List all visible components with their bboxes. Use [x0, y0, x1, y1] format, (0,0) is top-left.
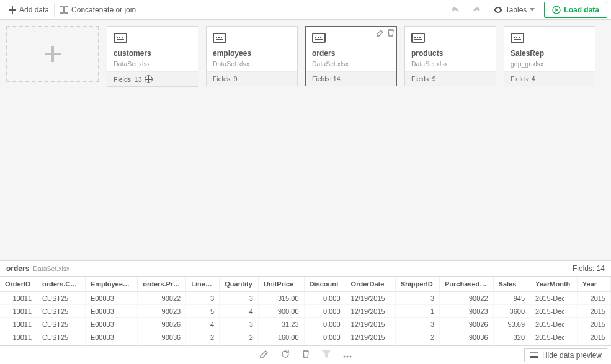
- column-header[interactable]: EmployeeKey: [85, 277, 137, 292]
- table-card-employees[interactable]: employeesDataSet.xlsxFields: 9: [206, 26, 298, 86]
- column-header[interactable]: OrderID: [0, 277, 37, 292]
- add-data-button[interactable]: Add data: [4, 3, 55, 17]
- edit-action[interactable]: [260, 350, 269, 360]
- table-row[interactable]: 10011CUST25E00033900264331.230.00012/19/…: [0, 318, 611, 331]
- cell: 10011: [0, 318, 37, 331]
- redo-icon: [472, 6, 481, 14]
- cell: 90023: [138, 305, 186, 318]
- preview-info-bar: orders DataSet.xlsx Fields: 14: [0, 260, 611, 277]
- refresh-action[interactable]: [281, 350, 290, 360]
- table-card-SalesRep[interactable]: SalesRepgdp_gr.xlsxFields: 4: [504, 26, 595, 86]
- table-card-customers[interactable]: customersDataSet.xlsxFields: 13: [107, 26, 198, 87]
- cell: 2: [395, 331, 439, 344]
- hide-preview-button[interactable]: Hide data preview: [524, 348, 607, 362]
- table-icon: [312, 33, 326, 43]
- cell: 3: [395, 292, 439, 305]
- cell: 12/19/2015: [346, 318, 395, 331]
- view-tables-label: Tables: [506, 6, 527, 14]
- cell: CUST25: [37, 318, 86, 331]
- card-title: SalesRep: [511, 49, 589, 58]
- column-header[interactable]: orders.Cust…: [37, 277, 86, 292]
- cell: 90036: [440, 331, 494, 344]
- card-source: DataSet.xlsx: [114, 60, 192, 68]
- cell: 90026: [440, 318, 494, 331]
- cell: 90026: [138, 318, 186, 331]
- table-row[interactable]: 10011CUST25E000339002354900.000.00012/19…: [0, 305, 611, 318]
- card-fields-label: Fields: 13: [114, 76, 142, 83]
- panel-icon: [530, 352, 538, 358]
- card-footer: Fields: 4: [504, 71, 595, 86]
- cell: 2015-Dec: [530, 292, 578, 305]
- card-footer: Fields: 14: [306, 71, 396, 86]
- data-grid[interactable]: OrderIDorders.Cust…EmployeeKeyorders.Pro…: [0, 277, 611, 345]
- concat-join-button[interactable]: Concatenate or join: [55, 3, 141, 17]
- column-header[interactable]: LineNo: [186, 277, 220, 292]
- cell: CUST25: [37, 305, 86, 318]
- card-delete-button[interactable]: [388, 29, 394, 37]
- filter-icon: [322, 350, 331, 358]
- filter-action: [322, 350, 331, 360]
- card-fields-label: Fields: 4: [511, 75, 535, 82]
- cell: CUST25: [37, 292, 86, 305]
- cell: 90022: [440, 292, 494, 305]
- table-card-orders[interactable]: ordersDataSet.xlsxFields: 14: [305, 26, 397, 86]
- column-header[interactable]: YearMonth: [530, 277, 578, 292]
- cell: 0.000: [304, 305, 346, 318]
- table-row[interactable]: 10011CUST25E000339003622160.000.00012/19…: [0, 331, 611, 344]
- load-data-button[interactable]: Load data: [544, 2, 607, 18]
- card-source: DataSet.xlsx: [213, 60, 291, 68]
- cell: CUST25: [37, 331, 86, 344]
- table-icon: [511, 33, 524, 43]
- delete-action[interactable]: [302, 350, 310, 360]
- column-header[interactable]: Year: [577, 277, 610, 292]
- column-header[interactable]: Sales: [493, 277, 530, 292]
- table-icon: [213, 33, 226, 43]
- cell: 2015: [577, 331, 610, 344]
- cell: 2: [186, 331, 220, 344]
- cell: 2015-Dec: [530, 318, 578, 331]
- trash-icon: [388, 29, 394, 37]
- svg-point-3: [343, 355, 345, 357]
- cell: 12/19/2015: [346, 292, 395, 305]
- card-edit-button[interactable]: [377, 29, 384, 37]
- preview-table-source: DataSet.xlsx: [33, 265, 69, 272]
- concat-icon: [60, 6, 68, 14]
- column-header[interactable]: Quantity: [220, 277, 259, 292]
- cell: 2: [220, 331, 259, 344]
- card-source: gdp_gr.xlsx: [511, 60, 589, 68]
- play-circle-icon: [552, 6, 561, 14]
- cell: 0.000: [304, 292, 346, 305]
- card-fields-label: Fields: 9: [213, 75, 238, 82]
- cell: 12/19/2015: [346, 305, 395, 318]
- column-header[interactable]: ShipperID: [395, 277, 439, 292]
- cell: 90036: [138, 331, 186, 344]
- cell: E00033: [85, 292, 137, 305]
- cell: 90022: [138, 292, 186, 305]
- eye-icon: [494, 7, 502, 13]
- undo-button[interactable]: [447, 2, 463, 18]
- cell: 3: [395, 318, 439, 331]
- data-canvas: customersDataSet.xlsxFields: 13employees…: [0, 20, 611, 93]
- card-source: DataSet.xlsx: [312, 60, 390, 68]
- pencil-icon: [260, 350, 269, 358]
- cell: 5: [186, 305, 220, 318]
- column-header[interactable]: UnitPrice: [258, 277, 304, 292]
- preview-action-bar: Hide data preview: [0, 345, 611, 364]
- column-header[interactable]: Discount: [304, 277, 346, 292]
- add-table-dropzone[interactable]: [6, 26, 99, 82]
- more-action[interactable]: [343, 351, 352, 360]
- column-header[interactable]: OrderDate: [346, 277, 395, 292]
- view-tables-button[interactable]: Tables: [489, 2, 540, 17]
- cell: 3: [186, 292, 220, 305]
- cell: 90023: [440, 305, 494, 318]
- table-row[interactable]: 10011CUST25E000339002233315.000.00012/19…: [0, 292, 611, 305]
- card-source: DataSet.xlsx: [411, 60, 489, 68]
- cell: 1: [395, 305, 439, 318]
- trash-icon: [302, 350, 310, 358]
- column-header[interactable]: orders.Prod…: [138, 277, 186, 292]
- cell: 315.00: [258, 292, 304, 305]
- table-card-products[interactable]: productsDataSet.xlsxFields: 9: [404, 26, 496, 86]
- card-footer: Fields: 9: [207, 71, 297, 86]
- column-header[interactable]: PurchasedP…: [440, 277, 494, 292]
- redo-button[interactable]: [468, 2, 484, 18]
